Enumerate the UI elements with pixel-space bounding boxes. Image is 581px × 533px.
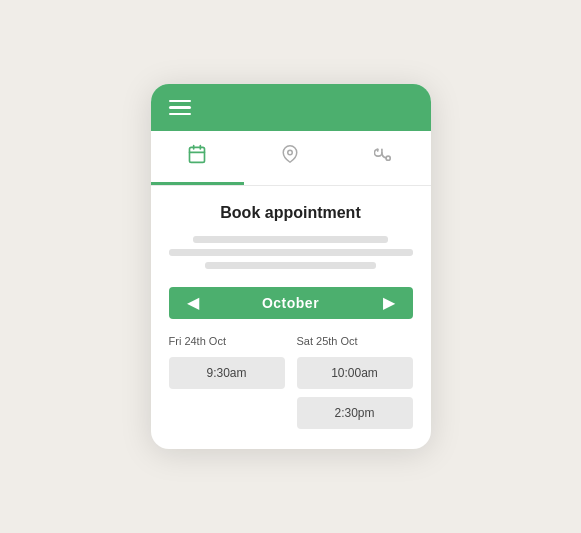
placeholder-line-1: [193, 236, 388, 243]
time-slot-930am[interactable]: 9:30am: [169, 357, 285, 389]
placeholder-line-3: [205, 262, 376, 269]
location-icon: [281, 144, 299, 169]
hamburger-menu-button[interactable]: [169, 100, 191, 116]
date-col-sat: Sat 25th Oct 10:00am 2:30pm: [297, 335, 413, 429]
prev-month-button[interactable]: ◀: [183, 295, 203, 311]
date-col-fri: Fri 24th Oct 9:30am: [169, 335, 285, 429]
tabs-bar: [151, 131, 431, 186]
tab-location[interactable]: [244, 131, 337, 185]
time-slot-230pm[interactable]: 2:30pm: [297, 397, 413, 429]
tab-calendar[interactable]: [151, 131, 244, 185]
placeholder-lines: [169, 236, 413, 269]
svg-rect-0: [190, 148, 205, 163]
content-area: Book appointment ◀ October ▶ Fri 24th Oc…: [151, 186, 431, 449]
time-slot-1000am[interactable]: 10:00am: [297, 357, 413, 389]
tab-medical[interactable]: [337, 131, 430, 185]
month-nav: ◀ October ▶: [169, 287, 413, 319]
page-title: Book appointment: [169, 204, 413, 222]
month-label: October: [262, 295, 319, 311]
date-heading-fri: Fri 24th Oct: [169, 335, 285, 347]
stethoscope-icon: [374, 144, 394, 169]
svg-point-4: [288, 151, 293, 156]
next-month-button[interactable]: ▶: [379, 295, 399, 311]
calendar-icon: [187, 144, 207, 169]
placeholder-line-2: [169, 249, 413, 256]
date-columns: Fri 24th Oct 9:30am Sat 25th Oct 10:00am…: [169, 335, 413, 429]
phone-frame: Book appointment ◀ October ▶ Fri 24th Oc…: [151, 84, 431, 450]
app-header: [151, 84, 431, 132]
date-heading-sat: Sat 25th Oct: [297, 335, 413, 347]
